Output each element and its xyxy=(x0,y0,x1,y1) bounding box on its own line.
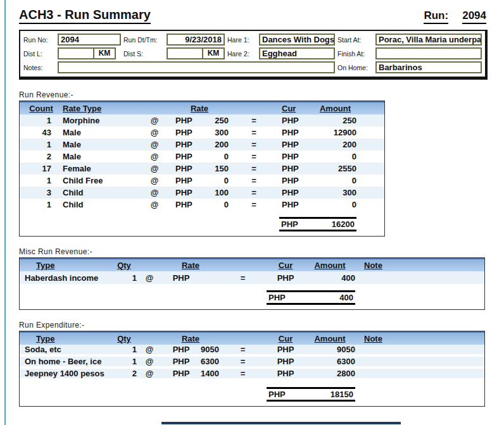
cell-rate: 0 xyxy=(203,152,229,161)
run-revenue-table: Count Rate Type Rate Cur Amount 1 Morphi… xyxy=(19,101,385,237)
total-cur: PHP xyxy=(268,390,286,399)
cell-equals: = xyxy=(219,369,267,378)
cell-qty: 1 xyxy=(111,345,137,354)
cell-rate-cur: PHP xyxy=(162,357,200,366)
cell-cur: PHP xyxy=(279,164,314,173)
window-left-border xyxy=(4,0,6,425)
misc-revenue-rows: Haberdash income 1 @ PHP = PHP 400 xyxy=(20,271,484,284)
cell-at: @ xyxy=(139,152,170,161)
cell-rate: 200 xyxy=(203,140,229,149)
cell-cur: PHP xyxy=(279,128,314,137)
col-rate-type: Rate Type xyxy=(63,104,139,113)
run-number-block: Run: 2094 xyxy=(424,9,486,24)
hare1-field[interactable]: Dances With Dogs xyxy=(259,34,335,46)
dist-s-group: KM xyxy=(167,47,225,59)
cell-amount: 9050 xyxy=(305,345,355,354)
cell-rate-type: Female xyxy=(63,164,139,173)
total-amount: 18150 xyxy=(331,390,353,399)
cell-at: @ xyxy=(139,176,170,185)
run-revenue-total-row: PHP 16200 xyxy=(20,217,384,231)
col-type: Type xyxy=(20,334,111,343)
run-no-field[interactable]: 2094 xyxy=(58,34,121,46)
cell-type: Jeepney 1400 pesos xyxy=(20,369,111,378)
cell-rate: 150 xyxy=(203,164,229,173)
cell-rate-cur: PHP xyxy=(170,152,203,161)
run-revenue-rows: 1 Morphine @ PHP 250 = PHP 250 43 Male @… xyxy=(20,114,384,211)
run-date-label: Run Dt/Tm: xyxy=(123,36,164,44)
cell-cur: PHP xyxy=(267,345,305,354)
cell-amount: 250 xyxy=(314,116,356,125)
cell-rate-cur: PHP xyxy=(170,116,203,125)
cell-rate-cur: PHP xyxy=(170,188,203,197)
cell-rate-type: Morphine xyxy=(63,116,139,125)
run-revenue-row: 1 Male @ PHP 200 = PHP 200 xyxy=(20,139,384,151)
cell-equals: = xyxy=(229,176,279,185)
cell-cur: PHP xyxy=(267,273,305,283)
run-label: Run: xyxy=(424,9,448,24)
dist-s-field[interactable] xyxy=(167,47,203,59)
page-title: ACH3 - Run Summary xyxy=(19,8,151,24)
run-revenue-row: 1 Morphine @ PHP 250 = PHP 250 xyxy=(20,114,384,126)
cell-rate: 1400 xyxy=(200,369,219,378)
total-cur: PHP xyxy=(281,219,298,229)
cell-equals: = xyxy=(219,357,267,366)
col-qty: Qty xyxy=(111,261,137,270)
cell-amount: 0 xyxy=(314,176,356,185)
run-revenue-row: 17 Female @ PHP 150 = PHP 2550 xyxy=(20,163,384,175)
cell-equals: = xyxy=(229,140,279,149)
dist-l-field[interactable] xyxy=(58,47,94,59)
form-row-2: Dist L: KM Dist S: KM Hare 2: Egghead Fi… xyxy=(23,47,482,59)
run-no-label: Run No: xyxy=(23,36,55,44)
cell-rate: 100 xyxy=(203,188,229,197)
cell-amount: 2800 xyxy=(305,369,355,378)
cell-type: On home - Beer, ice xyxy=(20,357,111,366)
expenditure-row: Jeepney 1400 pesos 2 @ PHP 1400 = PHP 28… xyxy=(20,369,484,381)
run-revenue-header-row: Count Rate Type Rate Cur Amount xyxy=(20,101,384,114)
cell-equals: = xyxy=(229,164,279,173)
dist-l-unit: KM xyxy=(94,47,116,59)
cell-equals: = xyxy=(219,273,267,283)
hare2-field[interactable]: Egghead xyxy=(259,47,335,59)
col-type: Type xyxy=(20,261,111,270)
cell-at: @ xyxy=(139,116,170,125)
cell-cur: PHP xyxy=(279,200,314,209)
cell-amount: 6300 xyxy=(305,357,355,366)
expenditure-rows: Soda, etc 1 @ PHP 9050 = PHP 9050 On hom… xyxy=(20,345,484,381)
cell-qty: 1 xyxy=(111,273,137,283)
cell-count: 1 xyxy=(20,176,51,185)
expenditure-header-row: Type Qty Rate Cur Amount Note xyxy=(20,331,484,345)
col-cur: Cur xyxy=(279,104,314,113)
cell-rate: 250 xyxy=(203,116,229,125)
col-amount: Amount xyxy=(314,104,356,113)
run-date-field[interactable]: 9/23/2018 xyxy=(167,34,225,46)
on-home-field[interactable]: Barbarinos xyxy=(375,61,482,73)
cell-qty: 1 xyxy=(111,357,137,366)
cell-rate: 300 xyxy=(203,128,229,137)
run-revenue-row: 43 Male @ PHP 300 = PHP 12900 xyxy=(20,126,384,139)
cell-equals: = xyxy=(229,200,279,209)
dist-s-label: Dist S: xyxy=(123,50,164,58)
cell-equals: = xyxy=(229,152,279,161)
expenditure-total: PHP 18150 xyxy=(267,387,355,402)
surplus-loss-bar: Surplus/Loss On The Day: PHP -1550 xyxy=(161,422,401,425)
misc-revenue-header-row: Type Qty Rate Cur Amount Note xyxy=(20,258,484,271)
cell-at: @ xyxy=(139,164,170,173)
cell-rate-cur: PHP xyxy=(162,273,200,283)
cell-cur: PHP xyxy=(267,357,305,366)
cell-equals: = xyxy=(229,128,279,137)
cell-count: 17 xyxy=(20,164,51,173)
dist-s-unit: KM xyxy=(203,47,225,59)
col-amount: Amount xyxy=(305,261,355,270)
finish-at-field[interactable] xyxy=(375,47,482,59)
start-at-field[interactable]: Porac, Villa Maria underpas xyxy=(375,34,482,46)
total-amount: 16200 xyxy=(332,219,355,229)
notes-field[interactable] xyxy=(58,61,335,73)
col-note: Note xyxy=(355,261,484,270)
cell-rate-cur: PHP xyxy=(162,369,200,378)
cell-count: 2 xyxy=(20,152,51,161)
cell-rate-cur: PHP xyxy=(170,140,203,149)
cell-rate: 9050 xyxy=(200,345,219,354)
cell-rate-cur: PHP xyxy=(170,164,203,173)
cell-at: @ xyxy=(139,200,170,209)
hare1-label: Hare 1: xyxy=(227,36,256,44)
